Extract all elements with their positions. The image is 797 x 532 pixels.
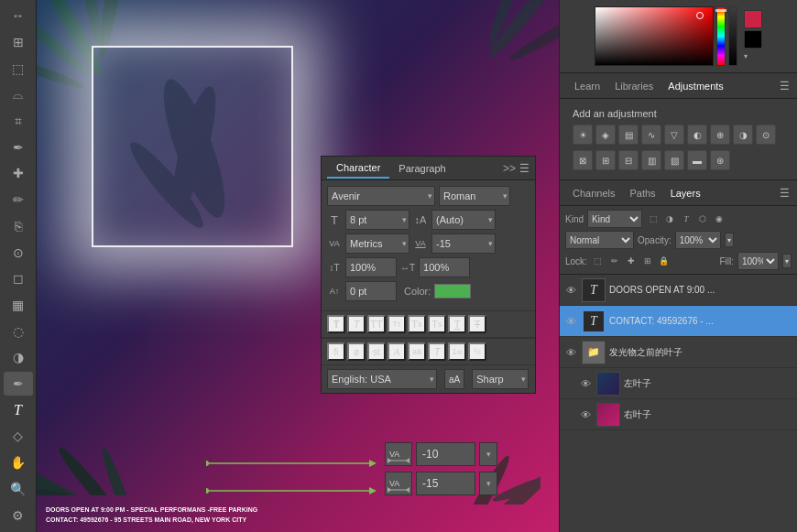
- layer-eye-4[interactable]: 👁: [578, 376, 593, 391]
- font-name-select[interactable]: Avenir: [327, 186, 435, 206]
- dodge-tool[interactable]: ◑: [4, 345, 33, 370]
- layer-eye-3[interactable]: 👁: [563, 345, 578, 360]
- swash-button[interactable]: A: [388, 342, 406, 361]
- ligature-o-button[interactable]: ø: [347, 342, 366, 361]
- artboard-tool[interactable]: ⊞: [4, 30, 33, 55]
- tab-character[interactable]: Character: [327, 158, 389, 179]
- hand-tool[interactable]: ✋: [4, 451, 33, 475]
- va-input-2[interactable]: -15: [416, 472, 475, 495]
- tab-adjustments[interactable]: Adjustments: [661, 77, 731, 95]
- allcaps-button[interactable]: TT: [367, 315, 386, 333]
- color-result[interactable]: [744, 10, 762, 28]
- gradient-map-icon[interactable]: ▬: [687, 150, 707, 170]
- filter-shape-icon[interactable]: ⬡: [695, 212, 710, 226]
- brush-tool[interactable]: ✏: [4, 188, 33, 212]
- ordinal-button[interactable]: 1st: [448, 342, 466, 361]
- va-dropdown-2[interactable]: ▾: [479, 472, 497, 495]
- healing-tool[interactable]: ✚: [4, 161, 33, 186]
- color-lookup-icon[interactable]: ⊞: [595, 150, 616, 170]
- pen-tool[interactable]: ✒: [4, 372, 33, 396]
- threshold-icon[interactable]: ▧: [664, 150, 684, 170]
- filter-smart-icon[interactable]: ◉: [712, 212, 726, 226]
- invert-icon[interactable]: ⊟: [618, 150, 639, 170]
- brightness-icon[interactable]: ☀: [573, 125, 593, 145]
- fill-select[interactable]: 100%: [737, 252, 779, 270]
- history-tool[interactable]: ⊙: [4, 240, 33, 265]
- lock-all-icon[interactable]: 🔒: [657, 254, 671, 268]
- lock-paint-icon[interactable]: ✏: [607, 254, 622, 268]
- opacity-arrow[interactable]: ▾: [725, 233, 734, 247]
- kind-select[interactable]: Kind: [587, 210, 642, 228]
- titling-button[interactable]: aā: [408, 342, 426, 361]
- lock-move-icon[interactable]: ✚: [624, 254, 639, 268]
- italic-button[interactable]: T: [347, 315, 366, 333]
- text-tool[interactable]: T: [4, 397, 33, 422]
- lock-artboard-icon[interactable]: ⊞: [640, 254, 655, 268]
- aa-button[interactable]: aA: [444, 369, 464, 389]
- kerning-select[interactable]: -15: [431, 233, 496, 254]
- panel-menu-icon[interactable]: ☰: [519, 162, 530, 175]
- photo-filter-icon[interactable]: ⊙: [756, 125, 776, 145]
- ligature-fi-button[interactable]: fi: [327, 342, 345, 361]
- tab-libraries[interactable]: Libraries: [607, 77, 661, 95]
- settings-icon[interactable]: ⚙: [4, 503, 33, 528]
- tab-layers[interactable]: Layers: [665, 184, 706, 202]
- posterize-icon[interactable]: ▥: [641, 150, 661, 170]
- layer-item-4[interactable]: 👁 左叶子: [560, 368, 797, 399]
- smallcaps-button[interactable]: Tт: [388, 315, 406, 333]
- line-height-select[interactable]: (Auto): [431, 210, 496, 230]
- exposure-icon[interactable]: ▽: [664, 125, 684, 145]
- font-style-select[interactable]: Roman: [439, 186, 510, 206]
- layers-menu-icon[interactable]: ☰: [780, 187, 790, 200]
- language-select[interactable]: English: USA: [327, 369, 437, 389]
- bold-button[interactable]: T: [327, 315, 345, 333]
- tab-paragraph[interactable]: Paragraph: [389, 159, 454, 178]
- move-tool[interactable]: ↔: [4, 4, 33, 28]
- fraction-button[interactable]: ½: [468, 342, 486, 361]
- vibrance-icon[interactable]: ◈: [595, 125, 616, 145]
- tab-paths[interactable]: Paths: [624, 184, 661, 202]
- lock-transparent-icon[interactable]: ⬚: [591, 254, 606, 268]
- hue-icon[interactable]: ◐: [687, 125, 707, 145]
- layer-item-3[interactable]: 👁 📁 发光物之前的叶子: [560, 337, 797, 368]
- curves-icon[interactable]: ∿: [641, 125, 661, 145]
- lasso-tool[interactable]: ⌓: [4, 82, 33, 107]
- layer-eye-5[interactable]: 👁: [578, 407, 593, 422]
- bw-icon[interactable]: ◑: [733, 125, 753, 145]
- font-size-select[interactable]: 8 pt: [345, 210, 409, 230]
- tab-learn[interactable]: Learn: [567, 77, 607, 95]
- color-swatch[interactable]: [434, 284, 471, 299]
- tracking-select[interactable]: Metrics: [345, 233, 409, 254]
- blend-mode-select[interactable]: Normal: [565, 231, 634, 249]
- super-button[interactable]: Ts: [408, 315, 426, 333]
- layer-item-2[interactable]: 👁 T CONTACT: 49592676 - ...: [560, 306, 797, 337]
- strikethrough-button[interactable]: T: [468, 315, 486, 333]
- panel-expand-icon[interactable]: >>: [503, 162, 516, 175]
- select-tool[interactable]: ⬚: [4, 56, 33, 81]
- path-tool[interactable]: ◇: [4, 424, 33, 449]
- scale-h-input[interactable]: 100%: [419, 257, 470, 277]
- underline-button[interactable]: T: [448, 315, 466, 333]
- va-input-1[interactable]: -10: [416, 442, 475, 466]
- layer-item-1[interactable]: 👁 T DOORS OPEN AT 9:00 ...: [560, 275, 797, 306]
- color-balance-icon[interactable]: ⊕: [710, 125, 730, 145]
- ligature-st-button[interactable]: st: [367, 342, 386, 361]
- va-dropdown-1[interactable]: ▾: [479, 442, 497, 466]
- foreground-swatch[interactable]: [744, 30, 762, 49]
- contextual-button[interactable]: T: [428, 342, 446, 361]
- eraser-tool[interactable]: ◻: [4, 266, 33, 291]
- filter-text-icon[interactable]: T: [679, 212, 693, 226]
- scale-v-input[interactable]: 100%: [345, 257, 397, 277]
- blur-tool[interactable]: ◌: [4, 319, 33, 343]
- layer-item-5[interactable]: 👁 右叶子: [560, 399, 797, 430]
- opacity-bar[interactable]: [728, 6, 737, 66]
- baseline-input[interactable]: [345, 281, 397, 301]
- filter-adjust-icon[interactable]: ◑: [662, 212, 677, 226]
- tab-channels[interactable]: Channels: [567, 184, 620, 202]
- adjustments-menu-icon[interactable]: ☰: [780, 80, 790, 92]
- hue-bar[interactable]: [716, 6, 726, 66]
- layer-eye-1[interactable]: 👁: [563, 283, 578, 298]
- color-gradient[interactable]: [595, 6, 714, 66]
- levels-icon[interactable]: ▤: [618, 125, 639, 145]
- layer-eye-2[interactable]: 👁: [563, 314, 578, 329]
